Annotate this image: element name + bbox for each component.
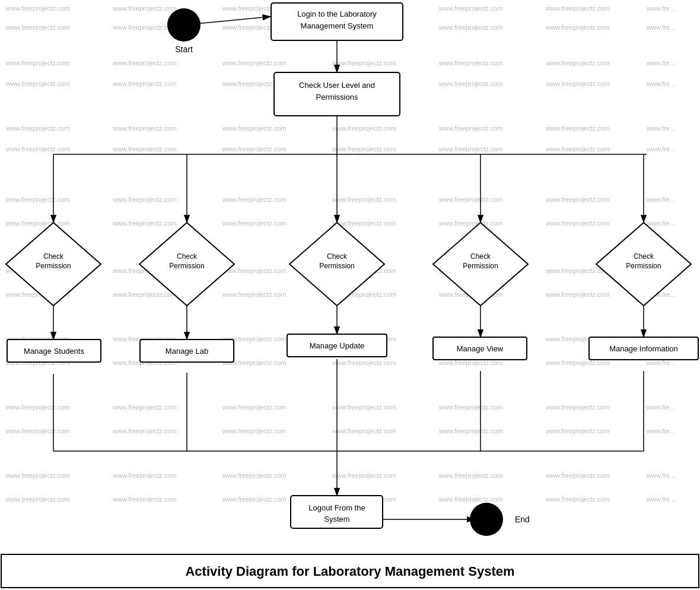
svg-text:www.freeprojectz.com: www.freeprojectz.com [332, 125, 396, 132]
svg-text:www.freeprojectz.com: www.freeprojectz.com [222, 196, 287, 203]
svg-text:www.freeprojectz.com: www.freeprojectz.com [5, 196, 70, 203]
diagram-container: www.freeprojectz.com www.freeprojectz.co… [0, 0, 700, 590]
svg-text:www.freeprojectz.com: www.freeprojectz.com [438, 404, 503, 411]
svg-text:www.freeprojectz.com: www.freeprojectz.com [438, 5, 503, 12]
svg-text:www.freeprojectz.com: www.freeprojectz.com [332, 427, 396, 434]
svg-text:www.fre...: www.fre... [646, 472, 675, 479]
svg-text:www.freeprojectz.com: www.freeprojectz.com [332, 145, 396, 153]
svg-text:www.fre...: www.fre... [646, 125, 675, 132]
svg-text:www.freeprojectz.com: www.freeprojectz.com [332, 59, 396, 66]
svg-text:www.freeprojectz.com: www.freeprojectz.com [545, 5, 610, 12]
svg-text:www.freeprojectz.com: www.freeprojectz.com [438, 472, 503, 479]
svg-text:www.fre...: www.fre... [646, 404, 675, 411]
diamond5-text2: Permission [626, 262, 661, 270]
svg-text:www.freeprojectz.com: www.freeprojectz.com [222, 496, 287, 503]
login-text2: Management System [301, 21, 374, 30]
svg-text:www.freeprojectz.com: www.freeprojectz.com [5, 220, 70, 227]
svg-text:www.freeprojectz.com: www.freeprojectz.com [5, 80, 70, 87]
svg-text:www.freeprojectz.com: www.freeprojectz.com [112, 59, 177, 66]
svg-text:www.freeprojectz.com: www.freeprojectz.com [438, 145, 503, 153]
svg-text:www.freeprojectz.com: www.freeprojectz.com [5, 24, 70, 31]
diamond5-text1: Check [634, 252, 654, 261]
svg-text:www.fre...: www.fre... [646, 427, 675, 434]
svg-text:www.freeprojectz.com: www.freeprojectz.com [112, 427, 177, 434]
svg-text:www.freeprojectz.com: www.freeprojectz.com [438, 496, 503, 503]
svg-text:www.freeprojectz.com: www.freeprojectz.com [332, 196, 396, 203]
end-label: End [515, 515, 530, 524]
svg-text:www.freeprojectz.com: www.freeprojectz.com [545, 80, 610, 87]
check-user-text2: Permissions [316, 93, 358, 101]
svg-text:www.freeprojectz.com: www.freeprojectz.com [112, 80, 177, 87]
start-circle [167, 8, 201, 42]
svg-text:www.fre...: www.fre... [646, 5, 675, 12]
svg-text:www.fre...: www.fre... [646, 220, 675, 227]
svg-text:www.freeprojectz.com: www.freeprojectz.com [5, 404, 70, 411]
svg-text:www.freeprojectz.com: www.freeprojectz.com [545, 427, 610, 434]
manage-view-text: Manage View [457, 344, 504, 353]
svg-text:www.freeprojectz.com: www.freeprojectz.com [112, 472, 177, 479]
svg-text:www.freeprojectz.com: www.freeprojectz.com [438, 80, 503, 87]
svg-text:www.fre...: www.fre... [646, 59, 675, 66]
svg-text:www.freeprojectz.com: www.freeprojectz.com [112, 5, 177, 12]
svg-text:www.fre...: www.fre... [646, 145, 675, 153]
diagram-title: Activity Diagram for Laboratory Manageme… [185, 564, 514, 579]
svg-text:www.fre...: www.fre... [646, 196, 675, 203]
svg-text:www.fre...: www.fre... [646, 80, 675, 87]
end-circle [470, 503, 503, 536]
svg-text:www.freeprojectz.com: www.freeprojectz.com [545, 145, 610, 153]
svg-text:www.freeprojectz.com: www.freeprojectz.com [438, 196, 503, 203]
svg-text:www.freeprojectz.com: www.freeprojectz.com [112, 291, 177, 298]
manage-update-text: Manage Update [310, 341, 365, 350]
svg-text:www.freeprojectz.com: www.freeprojectz.com [5, 145, 70, 153]
diamond2-text2: Permission [169, 262, 204, 270]
svg-text:www.freeprojectz.com: www.freeprojectz.com [222, 220, 287, 227]
svg-text:www.freeprojectz.com: www.freeprojectz.com [545, 472, 610, 479]
svg-text:www.freeprojectz.com: www.freeprojectz.com [438, 24, 503, 31]
svg-text:www.freeprojectz.com: www.freeprojectz.com [438, 59, 503, 66]
diamond4-text1: Check [470, 252, 491, 261]
svg-text:www.freeprojectz.com: www.freeprojectz.com [222, 427, 287, 434]
svg-text:www.freeprojectz.com: www.freeprojectz.com [332, 472, 396, 479]
svg-text:www.freeprojectz.com: www.freeprojectz.com [112, 404, 177, 411]
manage-lab-text: Manage Lab [166, 347, 208, 356]
svg-text:www.freeprojectz.com: www.freeprojectz.com [222, 125, 287, 132]
svg-text:www.freeprojectz.com: www.freeprojectz.com [112, 125, 177, 132]
manage-students-text: Manage Students [24, 347, 84, 356]
svg-text:www.freeprojectz.com: www.freeprojectz.com [438, 220, 503, 227]
diamond3-text2: Permission [319, 262, 354, 270]
svg-text:www.freeprojectz.com: www.freeprojectz.com [112, 24, 177, 31]
svg-text:www.freeprojectz.com: www.freeprojectz.com [545, 196, 610, 203]
diamond3-text1: Check [327, 252, 348, 261]
svg-text:www.fre...: www.fre... [646, 24, 675, 31]
svg-text:www.freeprojectz.com: www.freeprojectz.com [332, 404, 396, 411]
diamond1-text2: Permission [36, 262, 71, 270]
svg-text:www.freeprojectz.com: www.freeprojectz.com [112, 496, 177, 503]
svg-text:www.freeprojectz.com: www.freeprojectz.com [5, 5, 70, 12]
svg-text:www.freeprojectz.com: www.freeprojectz.com [5, 427, 70, 434]
svg-text:www.freeprojectz.com: www.freeprojectz.com [438, 125, 503, 132]
svg-text:www.freeprojectz.com: www.freeprojectz.com [112, 196, 177, 203]
logout-text2: System [324, 515, 349, 524]
svg-text:www.freeprojectz.com: www.freeprojectz.com [222, 145, 287, 153]
svg-text:www.freeprojectz.com: www.freeprojectz.com [545, 125, 610, 132]
svg-text:www.freeprojectz.com: www.freeprojectz.com [222, 291, 287, 298]
svg-text:www.freeprojectz.com: www.freeprojectz.com [222, 404, 287, 411]
svg-text:www.freeprojectz.com: www.freeprojectz.com [5, 59, 70, 66]
login-text: Login to the Laboratory [297, 9, 377, 18]
svg-text:www.freeprojectz.com: www.freeprojectz.com [5, 496, 70, 503]
svg-text:www.freeprojectz.com: www.freeprojectz.com [222, 59, 287, 66]
svg-text:www.freeprojectz.com: www.freeprojectz.com [222, 267, 287, 274]
svg-text:www.freeprojectz.com: www.freeprojectz.com [545, 404, 610, 411]
svg-text:www.fre...: www.fre... [646, 496, 675, 503]
svg-text:www.freeprojectz.com: www.freeprojectz.com [112, 145, 177, 153]
start-label: Start [175, 45, 193, 54]
diamond1-text1: Check [43, 252, 64, 261]
diamond2-text1: Check [177, 252, 198, 261]
svg-text:www.freeprojectz.com: www.freeprojectz.com [545, 24, 610, 31]
diamond4-text2: Permission [463, 262, 498, 270]
svg-text:www.freeprojectz.com: www.freeprojectz.com [5, 125, 70, 132]
svg-text:www.freeprojectz.com: www.freeprojectz.com [545, 496, 610, 503]
logout-text1: Logout From the [308, 503, 365, 512]
manage-info-text: Manage Information [609, 344, 678, 353]
svg-text:www.freeprojectz.com: www.freeprojectz.com [112, 220, 177, 227]
